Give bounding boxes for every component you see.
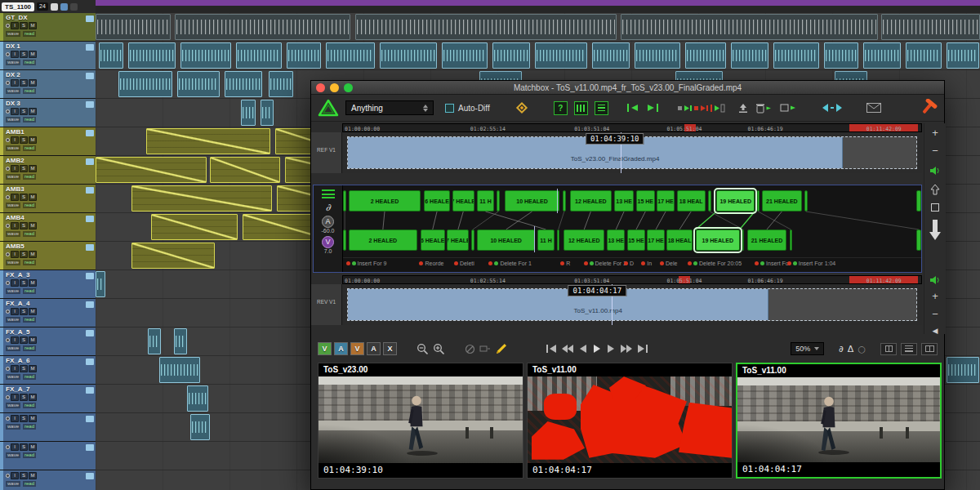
audio-clip[interactable] — [131, 243, 215, 269]
record-enable-button[interactable] — [6, 416, 10, 421]
solo-button[interactable]: S — [20, 108, 28, 115]
healed-segment[interactable]: 10 HEALED — [477, 229, 535, 251]
window-titlebar[interactable]: Matchbox - ToS_v11.00.mp4_fr_ToS_v23.00_… — [311, 81, 944, 95]
automation-mode-selector[interactable]: read — [23, 174, 36, 180]
audio-clip[interactable] — [287, 42, 321, 69]
input-monitor-button[interactable]: I — [11, 165, 19, 172]
track-view-selector[interactable]: wave — [6, 403, 20, 408]
track-view-selector[interactable]: wave — [6, 424, 20, 430]
layer-toggle-4-x[interactable]: X — [383, 342, 397, 355]
link-box-icon[interactable] — [924, 203, 946, 212]
mute-button[interactable]: M — [29, 194, 37, 201]
record-enable-button[interactable] — [6, 109, 10, 114]
audio-clip[interactable] — [99, 42, 123, 69]
audio-clip[interactable] — [380, 42, 437, 69]
automation-mode-selector[interactable]: read — [23, 231, 36, 237]
view-grid-button[interactable] — [880, 343, 897, 355]
audio-clip[interactable] — [621, 14, 878, 40]
track-io-icon[interactable] — [86, 273, 94, 279]
mute-button[interactable]: M — [29, 279, 37, 287]
rev-timecode-ruler[interactable]: 01:00:00:0001:02:55:1401:03:51:0401:05:5… — [342, 275, 922, 284]
disabled-slash-icon[interactable] — [465, 344, 475, 354]
list-mode-button[interactable] — [595, 101, 608, 115]
edit-event[interactable]: Deleti — [454, 261, 474, 266]
audio-clip[interactable] — [731, 42, 768, 69]
edit-event[interactable]: D — [624, 261, 634, 266]
heal-brush-icon[interactable] — [495, 342, 508, 355]
automation-mode-selector[interactable]: read — [23, 288, 36, 294]
goto-change-icon[interactable] — [710, 103, 726, 113]
segment-sliver[interactable] — [343, 190, 346, 212]
help-button[interactable]: ? — [554, 101, 568, 115]
segment-sliver[interactable] — [471, 229, 474, 251]
healed-segment[interactable]: 12 HEALED — [564, 229, 604, 251]
track-view-selector[interactable]: wave — [6, 60, 20, 65]
segment-sliver[interactable] — [557, 229, 560, 251]
mute-button[interactable]: M — [29, 165, 37, 172]
solo-button[interactable]: S — [20, 365, 28, 372]
automation-mode-selector[interactable]: read — [23, 452, 36, 458]
input-monitor-button[interactable]: I — [11, 251, 19, 258]
track-header-GT_DX[interactable]: GT_DXISMwaveread — [0, 13, 96, 42]
view-list-button[interactable] — [901, 343, 917, 355]
healed-segment[interactable]: 11 H — [477, 190, 494, 212]
track-io-icon[interactable] — [86, 187, 94, 194]
solo-button[interactable]: S — [20, 308, 28, 315]
record-enable-button[interactable] — [6, 310, 10, 314]
rev-video-clip[interactable] — [348, 289, 769, 320]
input-monitor-button[interactable]: I — [11, 79, 19, 87]
step-back-icon[interactable] — [578, 344, 588, 354]
solo-button[interactable]: S — [20, 22, 28, 29]
skip-start-icon[interactable] — [546, 344, 557, 354]
track-view-selector[interactable]: wave — [6, 452, 20, 458]
automation-mode-selector[interactable]: read — [23, 203, 36, 208]
record-enable-button[interactable] — [6, 281, 10, 285]
mute-button[interactable]: M — [29, 472, 37, 479]
mute-button[interactable]: M — [29, 336, 37, 344]
edit-event[interactable]: Delete For 1 — [488, 261, 532, 266]
master-track-header[interactable]: TS_1100 24 — [0, 0, 96, 13]
audio-clip[interactable] — [863, 42, 901, 69]
audio-clip[interactable] — [535, 42, 587, 69]
track-view-selector[interactable]: wave — [6, 374, 20, 380]
segment-sliver[interactable] — [563, 190, 566, 212]
edit-event[interactable]: In — [641, 261, 652, 266]
mute-button[interactable]: M — [29, 308, 37, 315]
rev-track-area[interactable]: ToS_v11.00.mp4 01:04:04:17 — [342, 284, 922, 325]
track-header-AMB2[interactable]: AMB2ISMwaveread — [0, 156, 96, 185]
audio-clip[interactable] — [96, 14, 171, 40]
healed-segment[interactable]: 18 HEAL — [666, 229, 693, 251]
heal-diamond-icon[interactable] — [514, 100, 529, 115]
input-monitor-button[interactable]: I — [11, 194, 19, 201]
delta-toggle[interactable]: Δ — [848, 344, 854, 354]
edit-event[interactable]: R — [560, 261, 570, 266]
minimize-icon[interactable] — [330, 83, 339, 92]
automation-mode-selector[interactable]: read — [23, 317, 36, 323]
track-io-icon[interactable] — [86, 158, 94, 165]
record-enable-button[interactable] — [6, 445, 10, 449]
track-io-icon[interactable] — [86, 216, 94, 222]
healed-segment[interactable]: 2 HEALED — [349, 229, 417, 251]
segment-sliver[interactable] — [497, 190, 500, 212]
audio-clip[interactable] — [128, 42, 176, 69]
viewer-diff[interactable]: ToS_v11.00 01:04:04:17 — [527, 363, 733, 479]
solo-button[interactable]: S — [20, 136, 28, 144]
record-enable-button[interactable] — [6, 81, 10, 85]
input-monitor-button[interactable]: I — [11, 336, 19, 344]
track-header-FX_A_6[interactable]: FX_A_6ISMwaveread — [0, 356, 96, 385]
edit-event[interactable]: Insert For — [755, 261, 791, 266]
solo-button[interactable]: S — [20, 336, 28, 344]
layer-toggle-1-a[interactable]: A — [334, 342, 348, 355]
track-header-FX_A_7[interactable]: FX_A_7ISMwaveread — [0, 385, 96, 413]
track-io-icon[interactable] — [86, 387, 94, 394]
healed-segment[interactable]: 12 HEALED — [570, 190, 612, 212]
segment-sliver[interactable] — [916, 229, 921, 251]
rewind-icon[interactable] — [561, 344, 574, 354]
healed-segment[interactable]: 15 HE — [636, 190, 655, 212]
healed-segment[interactable]: 6 HEALE — [424, 190, 450, 212]
mark-in-icon[interactable] — [626, 103, 639, 113]
mute-button[interactable]: M — [29, 136, 37, 144]
audio-clip[interactable] — [492, 42, 530, 69]
audio-clip[interactable] — [355, 14, 617, 40]
track-view-selector[interactable]: wave — [6, 174, 20, 180]
